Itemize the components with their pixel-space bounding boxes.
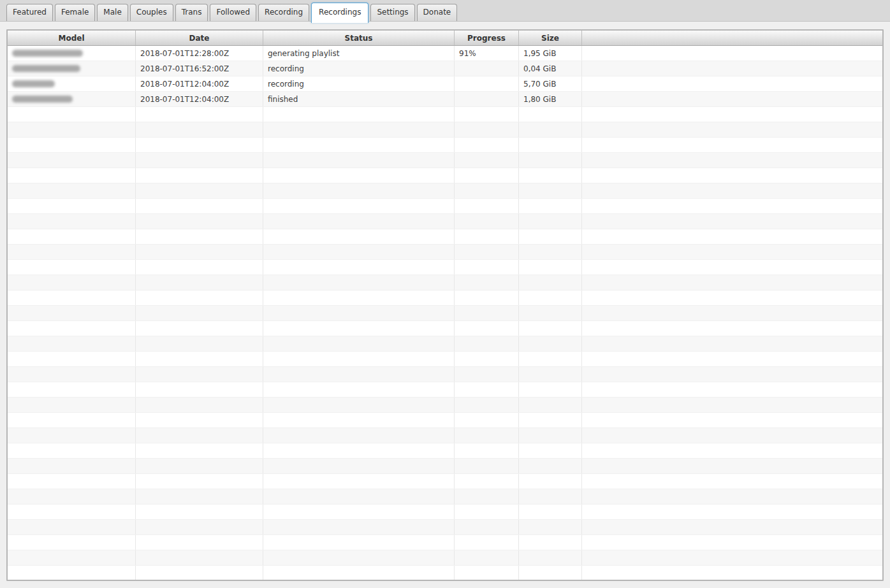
- progress-cell: [455, 229, 519, 244]
- table-row: [8, 474, 882, 489]
- tab-female[interactable]: Female: [55, 4, 95, 21]
- status-cell: [263, 245, 455, 259]
- progress-cell: [455, 336, 519, 351]
- date-cell: [136, 321, 263, 336]
- filler-cell: [582, 367, 882, 382]
- tab-recording[interactable]: Recording: [258, 4, 309, 21]
- tab-couples[interactable]: Couples: [130, 4, 173, 21]
- date-cell: [136, 550, 263, 565]
- size-cell: [519, 260, 582, 275]
- progress-cell: [455, 367, 519, 382]
- date-cell: [136, 535, 263, 550]
- size-cell: [519, 520, 582, 534]
- model-cell: [8, 566, 136, 580]
- status-cell: [263, 520, 455, 534]
- tab-male[interactable]: Male: [97, 4, 128, 21]
- status-cell: [263, 138, 455, 152]
- model-cell: [8, 229, 136, 244]
- filler-cell: [582, 398, 882, 412]
- column-header-progress[interactable]: Progress: [455, 31, 519, 45]
- date-cell: [136, 153, 263, 168]
- table-row: [8, 413, 882, 428]
- date-cell: [136, 214, 263, 229]
- table-row[interactable]: 2018-07-01T12:28:00Zgenerating playlist9…: [8, 46, 882, 61]
- status-cell: [263, 535, 455, 550]
- table-row: [8, 428, 882, 443]
- model-cell: [8, 183, 136, 198]
- progress-cell: [455, 61, 519, 76]
- table-row: [8, 352, 882, 367]
- tab-settings[interactable]: Settings: [370, 4, 414, 21]
- tab-recordings[interactable]: Recordings: [311, 3, 368, 23]
- table-row: [8, 550, 882, 566]
- progress-cell: 91%: [455, 46, 519, 61]
- filler-cell: [582, 520, 882, 534]
- size-cell: [519, 245, 582, 259]
- model-cell: [8, 367, 136, 382]
- column-header-size[interactable]: Size: [519, 31, 582, 45]
- filler-cell: [582, 382, 882, 397]
- table-row[interactable]: 2018-07-01T16:52:00Zrecording0,04 GiB: [8, 61, 882, 76]
- size-cell: [519, 398, 582, 412]
- size-cell: [519, 214, 582, 229]
- date-cell: [136, 245, 263, 259]
- filler-cell: [582, 153, 882, 168]
- status-cell: [263, 306, 455, 320]
- date-cell: [136, 122, 263, 137]
- size-cell: [519, 183, 582, 198]
- tab-donate[interactable]: Donate: [417, 4, 458, 21]
- date-cell: [136, 168, 263, 183]
- table-row: [8, 199, 882, 214]
- filler-cell: [582, 168, 882, 183]
- table-row[interactable]: 2018-07-01T12:04:00Zfinished1,80 GiB: [8, 92, 882, 107]
- model-cell: [8, 459, 136, 473]
- progress-cell: [455, 245, 519, 259]
- status-cell: recording: [263, 76, 455, 91]
- table-row[interactable]: 2018-07-01T12:04:00Zrecording5,70 GiB: [8, 76, 882, 92]
- filler-cell: [582, 245, 882, 259]
- column-header-date[interactable]: Date: [136, 31, 263, 45]
- size-cell: [519, 428, 582, 443]
- size-cell: 1,80 GiB: [519, 92, 582, 106]
- table-row: [8, 566, 882, 580]
- size-cell: [519, 306, 582, 320]
- column-header-status[interactable]: Status: [263, 31, 455, 45]
- filler-cell: [582, 336, 882, 351]
- model-cell: [8, 260, 136, 275]
- size-cell: [519, 168, 582, 183]
- size-cell: [519, 321, 582, 336]
- date-cell: [136, 275, 263, 290]
- status-cell: [263, 168, 455, 183]
- size-cell: [519, 413, 582, 427]
- filler-cell: [582, 535, 882, 550]
- table-row: [8, 245, 882, 260]
- model-cell: [8, 76, 136, 91]
- progress-cell: [455, 168, 519, 183]
- progress-cell: [455, 459, 519, 473]
- table-row: [8, 459, 882, 474]
- size-cell: [519, 336, 582, 351]
- progress-cell: [455, 76, 519, 91]
- tab-featured[interactable]: Featured: [6, 4, 53, 21]
- column-header-model[interactable]: Model: [8, 31, 136, 45]
- progress-cell: [455, 413, 519, 427]
- size-cell: [519, 489, 582, 504]
- tab-trans[interactable]: Trans: [175, 4, 208, 21]
- model-cell: [8, 245, 136, 259]
- model-cell: [8, 92, 136, 106]
- filler-cell: [582, 306, 882, 320]
- size-cell: [519, 474, 582, 489]
- table-row: [8, 168, 882, 183]
- filler-cell: [582, 260, 882, 275]
- progress-cell: [455, 352, 519, 366]
- progress-cell: [455, 183, 519, 198]
- date-cell: [136, 398, 263, 412]
- model-cell: [8, 306, 136, 320]
- progress-cell: [455, 398, 519, 412]
- date-cell: [136, 107, 263, 122]
- model-cell: [8, 505, 136, 519]
- date-cell: [136, 229, 263, 244]
- date-cell: 2018-07-01T12:04:00Z: [136, 92, 263, 106]
- status-cell: [263, 260, 455, 275]
- tab-followed[interactable]: Followed: [210, 4, 256, 21]
